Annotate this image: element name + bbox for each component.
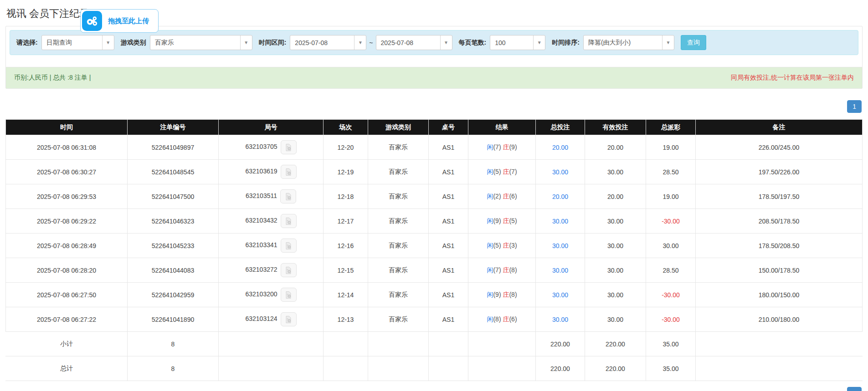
cell-round-number: 632103511: [219, 184, 324, 209]
cell-result: 闲(5) 庄(7): [468, 160, 536, 184]
total-bet-link[interactable]: 30.00: [552, 168, 568, 176]
round-number-text: 632103705: [245, 143, 277, 150]
cell-session: 12-16: [324, 234, 368, 258]
round-number-text: 632103272: [245, 266, 277, 273]
total-bet-link[interactable]: 30.00: [552, 316, 568, 323]
cell-payout: -30.00: [646, 209, 696, 234]
video-replay-button[interactable]: [281, 263, 297, 277]
video-replay-button[interactable]: [281, 239, 297, 253]
drag-upload-overlay[interactable]: 拖拽至此上传: [80, 9, 159, 33]
video-replay-button[interactable]: [281, 140, 297, 154]
payout-value: -30.00: [662, 291, 680, 299]
cell-time: 2025-07-08 06:29:53: [6, 184, 128, 209]
date-from-select[interactable]: 2025-07-08 ▼: [290, 35, 366, 50]
subtotal-row-cell: [324, 332, 368, 356]
cell-round-number: 632103432: [219, 209, 324, 234]
date-mode-select[interactable]: 日期查询 ▼: [41, 35, 114, 50]
cell-payout: 19.00: [646, 184, 696, 209]
game-type-label: 游戏类别: [121, 39, 146, 47]
cell-session: 12-20: [324, 135, 368, 160]
cell-total-bet: 20.00: [536, 184, 585, 209]
time-sort-select[interactable]: 降冪(由大到小) ▼: [583, 35, 674, 50]
result-banker-label: 庄: [503, 242, 509, 249]
cell-remark: 178.50/197.50: [696, 184, 863, 209]
column-header: 游戏类别: [368, 120, 429, 135]
page-size-select[interactable]: 100 ▼: [490, 35, 545, 50]
cell-round-number: 632103705: [219, 135, 324, 160]
cell-game-type: 百家乐: [368, 283, 429, 307]
cell-total-bet: 30.00: [536, 307, 585, 332]
result-player-label: 闲: [487, 266, 493, 274]
video-replay-button[interactable]: [281, 214, 297, 228]
video-replay-button[interactable]: [281, 312, 297, 326]
cell-table-number: AS1: [429, 160, 468, 184]
date-mode-value: 日期查询: [42, 39, 72, 47]
subtotal-row-cell: 220.00: [585, 332, 646, 356]
table-row: 2025-07-08 06:28:49522641045233632103341…: [6, 234, 863, 258]
result-banker-label: 庄: [503, 266, 509, 274]
result-player-points: (5): [493, 242, 503, 249]
cell-time: 2025-07-08 06:27:50: [6, 283, 128, 307]
film-icon: [284, 168, 293, 176]
column-header: 时间: [6, 120, 128, 135]
total-row-cell: [468, 356, 536, 381]
film-icon: [284, 315, 293, 324]
result-player-points: (9): [493, 291, 503, 298]
video-replay-button[interactable]: [280, 189, 296, 203]
cell-time: 2025-07-08 06:29:22: [6, 209, 128, 234]
cell-session: 12-13: [324, 307, 368, 332]
result-player-label: 闲: [487, 291, 493, 298]
column-header: 总派彩: [646, 120, 696, 135]
subtotal-row-cell: 8: [128, 332, 219, 356]
total-bet-link[interactable]: 30.00: [552, 218, 568, 225]
cell-valid-bet: 30.00: [585, 234, 646, 258]
cell-result: 闲(9) 庄(8): [468, 283, 536, 307]
total-bet-link[interactable]: 30.00: [552, 267, 568, 274]
total-row-cell: 总计: [6, 356, 128, 381]
result-banker-points: (7): [509, 168, 517, 175]
total-bet-link[interactable]: 20.00: [552, 144, 568, 151]
table-header-row: 时间注单编号局号场次游戏类别桌号结果总投注有效投注总派彩备注: [6, 120, 863, 135]
cell-session: 12-14: [324, 283, 368, 307]
cloud-drive-icon: [82, 11, 102, 31]
query-button[interactable]: 查询: [681, 35, 706, 50]
cell-result: 闲(2) 庄(6): [468, 184, 536, 209]
total-bet-link[interactable]: 30.00: [552, 242, 568, 249]
total-bet-link[interactable]: 30.00: [552, 291, 568, 299]
cell-session: 12-18: [324, 184, 368, 209]
date-to-select[interactable]: 2025-07-08 ▼: [376, 35, 452, 50]
column-header: 备注: [696, 120, 863, 135]
cell-total-bet: 30.00: [536, 160, 585, 184]
result-banker-label: 庄: [503, 143, 509, 151]
total-bet-link[interactable]: 20.00: [552, 193, 568, 200]
cell-time: 2025-07-08 06:28:20: [6, 258, 128, 283]
query-panel: 请选择: 日期查询 ▼ 游戏类别 百家乐 ▼ 时间区间: 2025-07-08 …: [5, 26, 863, 89]
video-replay-button[interactable]: [281, 288, 297, 302]
cell-table-number: AS1: [429, 234, 468, 258]
film-icon: [284, 217, 293, 225]
pagination-page-1[interactable]: 1: [847, 387, 862, 391]
time-sort-value: 降冪(由大到小): [584, 39, 631, 47]
cell-round-number: 632103619: [219, 160, 324, 184]
cell-total-bet: 20.00: [536, 135, 585, 160]
video-replay-button[interactable]: [281, 165, 297, 179]
cell-result: 闲(8) 庄(6): [468, 307, 536, 332]
game-type-select[interactable]: 百家乐 ▼: [150, 35, 252, 50]
pagination-page-1[interactable]: 1: [847, 100, 862, 113]
chevron-down-icon: ▼: [354, 36, 366, 50]
cell-game-type: 百家乐: [368, 234, 429, 258]
table-body: 2025-07-08 06:31:08522641049897632103705…: [6, 135, 863, 381]
table-row: 2025-07-08 06:27:50522641042959632103200…: [6, 283, 863, 307]
cell-bet-number: 522641042959: [128, 283, 219, 307]
cell-total-bet: 30.00: [536, 258, 585, 283]
subtotal-row: 小计8220.00220.0035.00: [6, 332, 863, 356]
round-number-text: 632103200: [245, 290, 277, 298]
cell-bet-number: 522641049897: [128, 135, 219, 160]
column-header: 总投注: [536, 120, 585, 135]
cell-round-number: 632103124: [219, 307, 324, 332]
cell-table-number: AS1: [429, 184, 468, 209]
cell-result: 闲(7) 庄(8): [468, 258, 536, 283]
result-banker-points: (8): [509, 291, 517, 298]
cell-valid-bet: 20.00: [585, 184, 646, 209]
cell-payout: -30.00: [646, 283, 696, 307]
